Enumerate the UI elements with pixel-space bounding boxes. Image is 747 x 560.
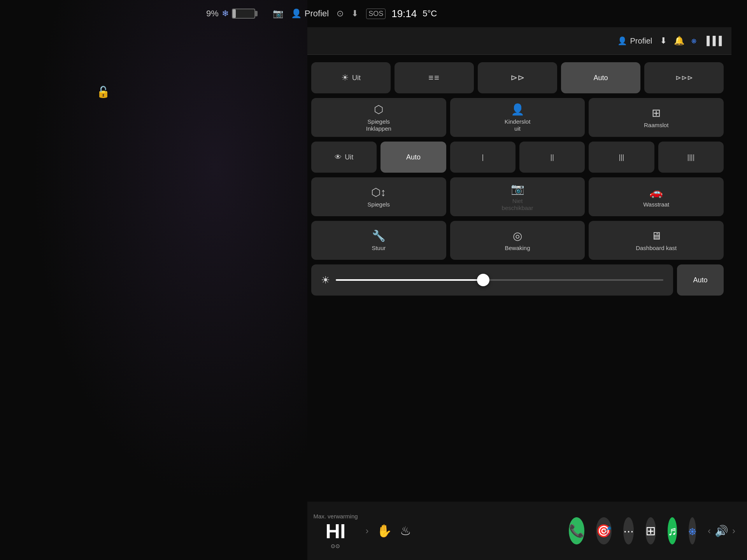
profile-button[interactable]: 👤 Profiel xyxy=(291,9,329,19)
volume-next-button[interactable]: › xyxy=(732,525,735,536)
light-low-button[interactable]: ⊳⊳ xyxy=(478,62,557,93)
brightness-slider-container[interactable]: ☀ xyxy=(311,264,673,296)
volume-control: ‹ 🔊 › xyxy=(708,525,735,537)
brightness-sun-icon: ☀ xyxy=(321,274,330,286)
download-icon-status: ⬇ xyxy=(351,9,358,19)
bottom-app-bar: 📞 🎯 ··· ⊞ ♬ ⎈ ‹ 🔊 › xyxy=(580,517,735,544)
light-high-icon: ⊳⊳⊳ xyxy=(675,74,693,82)
hvac-display: Max. verwarming HI ⊙⊙ xyxy=(313,513,358,549)
niet-beschikbaar-button[interactable]: 📷 Nietbeschikbaar xyxy=(450,177,585,216)
more-apps-button[interactable]: ··· xyxy=(623,517,634,544)
dashboard-kast-button[interactable]: 🖥 Dashboard kast xyxy=(589,221,724,260)
raamslot-label: Raamslot xyxy=(644,122,668,129)
snowflake-icon: ❄ xyxy=(222,9,229,19)
brightness-thumb[interactable] xyxy=(477,274,489,286)
wiper-off-button[interactable]: 👁 Uit xyxy=(311,142,377,173)
spiegels-button[interactable]: ⬡↕ Spiegels xyxy=(311,177,446,216)
control-row-3: 🔧 Stuur ◎ Bewaking 🖥 Dashboard kast xyxy=(311,221,724,260)
feature-row-1: ⬡ SpiegelsInklappen 👤 Kinderslotuit ⊞ Ra… xyxy=(311,98,724,137)
spiegels-icon: ⬡↕ xyxy=(371,186,386,199)
bluetooth-app-button[interactable]: ⎈ xyxy=(689,517,696,544)
signal-icon: ▐▐▐ xyxy=(703,36,722,46)
phone-app-button[interactable]: 📞 xyxy=(569,517,584,544)
camera-app-button[interactable]: 🎯 xyxy=(596,517,612,544)
brightness-auto-button[interactable]: Auto xyxy=(677,264,724,296)
stuur-label: Stuur xyxy=(372,245,386,252)
temperature-display: 5°C xyxy=(423,9,437,19)
wasstraat-label: Wasstraat xyxy=(643,201,669,208)
download-icon[interactable]: ⬇ xyxy=(660,36,667,46)
wiper-auto-button[interactable]: Auto xyxy=(381,142,446,173)
spotify-button[interactable]: ♬ xyxy=(668,517,677,544)
main-screen: Open Voorbak Open Achterbak 🔓 xyxy=(0,0,747,560)
niet-beschikbaar-label: Nietbeschikbaar xyxy=(502,198,533,212)
grid-app-button[interactable]: ⊞ xyxy=(645,517,656,544)
mirrors-fold-button[interactable]: ⬡ SpiegelsInklappen xyxy=(311,98,446,137)
content-area: ☀ Uit ≡≡ ⊳⊳ Auto ⊳⊳⊳ ⬡ xyxy=(303,56,731,523)
wiper-row: 👁 Uit Auto | || ||| |||| xyxy=(311,142,724,173)
hvac-next-button[interactable]: › xyxy=(366,525,369,536)
hvac-label: Max. verwarming xyxy=(313,513,358,520)
brightness-track[interactable] xyxy=(336,279,663,281)
steering-heat-icon[interactable]: ✋ xyxy=(377,523,392,538)
wiper-1-button[interactable]: | xyxy=(450,142,516,173)
status-bar: 9% ❄ 📷 👤 Profiel ⊙ ⬇ SOS 19:14 5°C xyxy=(191,0,747,27)
wiper-3-icon: ||| xyxy=(619,153,624,161)
brightness-row: ☀ Auto xyxy=(311,264,724,296)
volume-prev-button[interactable]: ‹ xyxy=(708,525,711,536)
wiper-3-button[interactable]: ||| xyxy=(589,142,654,173)
wiper-2-button[interactable]: || xyxy=(519,142,585,173)
light-high-button[interactable]: ⊳⊳⊳ xyxy=(644,62,724,93)
wasstraat-icon: 🚗 xyxy=(649,186,663,199)
special-row: ⬡↕ Spiegels 📷 Nietbeschikbaar 🚗 Wasstraa… xyxy=(311,177,724,216)
seat-heat-icon[interactable]: ♨ xyxy=(400,523,411,538)
target-icon: ⊙ xyxy=(337,9,344,19)
stuur-button[interactable]: 🔧 Stuur xyxy=(311,221,446,260)
niet-beschikbaar-icon: 📷 xyxy=(511,182,524,195)
kinderslot-label: Kinderslotuit xyxy=(505,118,531,132)
raamslot-icon: ⊞ xyxy=(652,107,661,119)
wiper-4-button[interactable]: |||| xyxy=(658,142,724,173)
time-display: 19:14 xyxy=(391,8,417,20)
battery-indicator xyxy=(232,9,255,19)
bewaking-icon: ◎ xyxy=(513,229,522,242)
sos-badge: SOS xyxy=(366,9,386,19)
wiper-off-label: Uit xyxy=(345,153,353,161)
light-off-button[interactable]: ☀ Uit xyxy=(311,62,391,93)
car-lock-icon: 🔓 xyxy=(96,86,110,98)
dashboard-kast-label: Dashboard kast xyxy=(636,245,677,252)
mirrors-fold-label: SpiegelsInklappen xyxy=(366,118,391,132)
raamslot-button[interactable]: ⊞ Raamslot xyxy=(589,98,724,137)
light-control-row: ☀ Uit ≡≡ ⊳⊳ Auto ⊳⊳⊳ xyxy=(311,62,724,93)
wasstraat-button[interactable]: 🚗 Wasstraat xyxy=(589,177,724,216)
wiper-off-icon: 👁 xyxy=(335,153,342,161)
volume-icon[interactable]: 🔊 xyxy=(715,525,728,537)
light-parking-button[interactable]: ≡≡ xyxy=(395,62,474,93)
hvac-temp: HI xyxy=(325,521,345,541)
light-parking-icon: ≡≡ xyxy=(428,73,440,83)
stuur-icon: 🔧 xyxy=(372,229,386,242)
wiper-auto-label: Auto xyxy=(406,153,421,161)
light-auto-label: Auto xyxy=(593,74,608,82)
light-off-icon: ☀ xyxy=(341,73,349,83)
spiegels-label: Spiegels xyxy=(368,201,390,208)
background-gradient xyxy=(0,0,307,560)
bluetooth-icon[interactable]: ⎈ xyxy=(691,36,696,46)
wiper-4-icon: |||| xyxy=(687,153,694,161)
bewaking-button[interactable]: ◎ Bewaking xyxy=(450,221,585,260)
dashboard-kast-icon: 🖥 xyxy=(651,229,662,242)
light-auto-button[interactable]: Auto xyxy=(561,62,640,93)
wiper-2-icon: || xyxy=(550,153,554,161)
kinderslot-icon: 👤 xyxy=(511,103,524,116)
camera-status-icon: 📷 xyxy=(273,9,283,19)
light-low-icon: ⊳⊳ xyxy=(510,73,524,83)
brightness-fill xyxy=(336,279,483,281)
bewaking-label: Bewaking xyxy=(505,245,530,252)
light-off-label: Uit xyxy=(352,74,361,82)
bell-icon[interactable]: 🔔 xyxy=(674,36,684,46)
mirrors-fold-icon: ⬡ xyxy=(374,103,383,116)
left-panel: Open Voorbak Open Achterbak 🔓 xyxy=(0,0,307,560)
hvac-mode: ⊙⊙ xyxy=(331,543,340,549)
kinderslot-button[interactable]: 👤 Kinderslotuit xyxy=(450,98,585,137)
profile-action-button[interactable]: 👤 Profiel xyxy=(617,36,652,46)
